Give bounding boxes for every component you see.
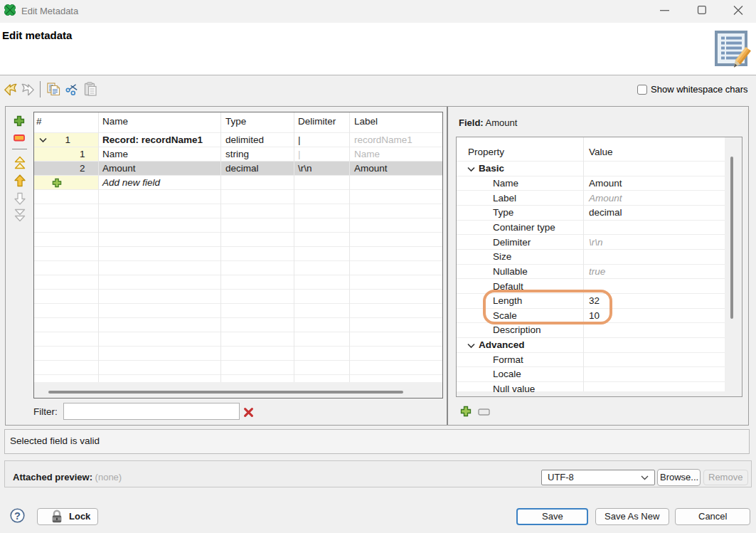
svg-text:?: ?	[14, 510, 21, 522]
